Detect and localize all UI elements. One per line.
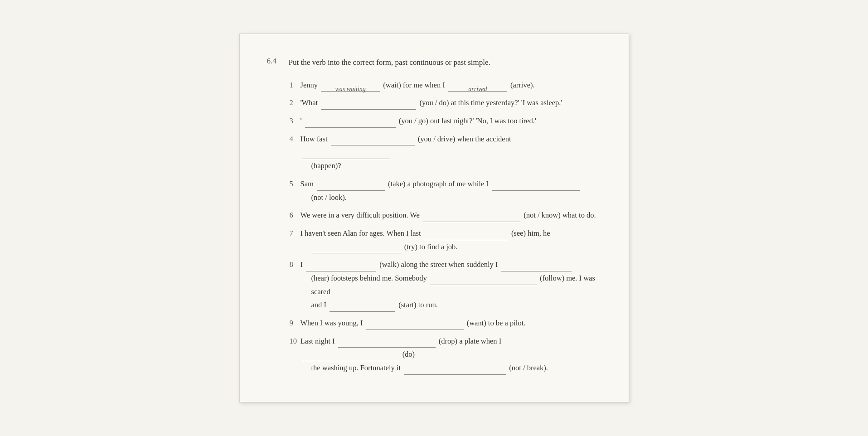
list-item: 5 Sam (take) a photograph of me while I …: [290, 177, 601, 204]
blank-field: [430, 277, 537, 285]
blank-handwritten: was waiting: [321, 83, 380, 92]
item-content: 'What (you / do) at this time yesterday?…: [301, 96, 601, 110]
blank-field: [404, 367, 506, 375]
blank-field: [366, 322, 464, 330]
item-number: 4: [290, 132, 301, 146]
list-item: 7 I haven't seen Alan for ages. When I l…: [290, 227, 601, 253]
list-item: 6 We were in a very difficult position. …: [290, 208, 601, 222]
item-number: 8: [290, 258, 301, 271]
blank-field: [331, 137, 415, 145]
item-content: Jenny was waiting (wait) for me when I a…: [301, 78, 601, 92]
list-item: 9 When I was young, I (want) to be a pil…: [290, 316, 601, 330]
list-item: 2 'What (you / do) at this time yesterda…: [290, 96, 601, 110]
page: 6.4 Put the verb into the correct form, …: [239, 34, 629, 402]
list-item: 8 I (walk) along the street when suddenl…: [290, 258, 601, 312]
item-content: When I was young, I (want) to be a pilot…: [301, 316, 601, 330]
item-content: Sam (take) a photograph of me while I (n…: [301, 177, 601, 204]
blank-field: [423, 214, 520, 222]
blank-field: [302, 151, 390, 159]
item-content: We were in a very difficult position. We…: [301, 208, 601, 222]
item-content: ' (you / go) out last night?' 'No, I was…: [301, 114, 601, 128]
list-item: 1 Jenny was waiting (wait) for me when I…: [290, 78, 601, 92]
item-content: I haven't seen Alan for ages. When I las…: [301, 227, 601, 253]
item-number: 6: [290, 208, 301, 222]
item-content: I (walk) along the street when suddenly …: [301, 258, 601, 312]
blank-field: [302, 353, 399, 361]
item-content: How fast (you / drive) when the accident…: [301, 132, 601, 173]
item-number: 3: [290, 114, 301, 128]
item-number: 10: [290, 334, 301, 348]
blank-field: [306, 263, 376, 271]
item-number: 2: [290, 96, 301, 110]
list-item: 3 ' (you / go) out last night?' 'No, I w…: [290, 114, 601, 128]
exercise-items: 1 Jenny was waiting (wait) for me when I…: [267, 78, 601, 375]
blank-field: [338, 339, 436, 348]
blank-field: [317, 183, 385, 191]
blank-field: [501, 263, 572, 271]
blank-field: [492, 183, 580, 191]
list-item: 4 How fast (you / drive) when the accide…: [290, 132, 601, 173]
item-content: Last night I (drop) a plate when I (do) …: [301, 334, 601, 375]
exercise-header: 6.4 Put the verb into the correct form, …: [267, 57, 601, 68]
item-number: 7: [290, 227, 301, 240]
item-number: 9: [290, 316, 301, 330]
blank-field: [424, 232, 508, 240]
exercise-number: 6.4: [267, 57, 281, 66]
item-number: 1: [290, 78, 301, 92]
blank-field: [330, 304, 395, 312]
blank-handwritten: arrived: [448, 83, 507, 92]
blank-field: [313, 245, 401, 253]
exercise-instruction: Put the verb into the correct form, past…: [289, 57, 490, 68]
list-item: 10 Last night I (drop) a plate when I (d…: [290, 334, 601, 375]
blank-field: [305, 120, 396, 128]
item-number: 5: [290, 177, 301, 191]
blank-field: [321, 102, 416, 110]
